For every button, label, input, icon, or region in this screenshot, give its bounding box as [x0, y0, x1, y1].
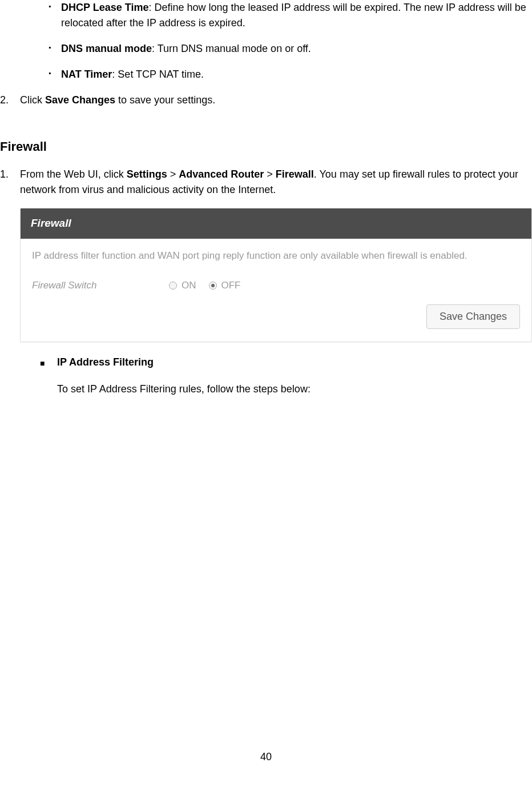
- button-row: Save Changes: [32, 304, 520, 329]
- bullet-label: DHCP Lease Time: [61, 2, 148, 13]
- radio-option-off[interactable]: OFF: [209, 278, 241, 293]
- radio-icon: [209, 282, 217, 290]
- breadcrumb-sep: >: [167, 168, 179, 180]
- firewall-panel: Firewall IP address filter function and …: [20, 208, 532, 342]
- bullet-label: NAT Timer: [61, 69, 112, 80]
- step-list-firewall: 1. From the Web UI, click Settings > Adv…: [0, 167, 532, 397]
- section-heading-firewall: Firewall: [0, 139, 532, 154]
- step-text-suffix: to save your settings.: [115, 94, 215, 106]
- step-list-top: 2. Click Save Changes to save your setti…: [0, 93, 532, 108]
- radio-label-off: OFF: [221, 278, 241, 293]
- bullet-dns-manual-mode: DNS manual mode: Turn DNS manual mode on…: [49, 41, 532, 57]
- step-marker: 2.: [0, 93, 9, 108]
- bullet-desc: : Set TCP NAT time.: [112, 69, 204, 80]
- bullet-nat-timer: NAT Timer: Set TCP NAT time.: [49, 67, 532, 82]
- panel-title: Firewall: [21, 208, 531, 239]
- sub-section-desc: To set IP Address Filtering rules, follo…: [57, 382, 532, 397]
- page-number: 40: [0, 751, 532, 763]
- bullet-desc: : Turn DNS manual mode on or off.: [152, 43, 311, 54]
- sub-section-list: ■ IP Address Filtering To set IP Address…: [20, 355, 532, 397]
- firewall-switch-label: Firewall Switch: [32, 278, 169, 293]
- sub-section-title: IP Address Filtering: [57, 355, 532, 370]
- step-2: 2. Click Save Changes to save your setti…: [0, 93, 532, 108]
- firewall-switch-radio-group: ON OFF: [169, 278, 241, 293]
- sub-section-ip-filtering: ■ IP Address Filtering To set IP Address…: [40, 355, 532, 397]
- panel-note: IP address filter function and WAN port …: [32, 249, 520, 263]
- breadcrumb-sep: >: [264, 168, 276, 180]
- save-changes-button[interactable]: Save Changes: [426, 304, 520, 329]
- breadcrumb-firewall: Firewall: [276, 168, 314, 180]
- panel-body: IP address filter function and WAN port …: [21, 239, 531, 342]
- definition-list: DHCP Lease Time: Define how long the lea…: [0, 0, 532, 82]
- step-1: 1. From the Web UI, click Settings > Adv…: [0, 167, 532, 397]
- step-text-prefix: Click: [20, 94, 45, 106]
- step-text-prefix: From the Web UI, click: [20, 168, 127, 180]
- bullet-label: DNS manual mode: [61, 43, 152, 54]
- firewall-switch-row: Firewall Switch ON OFF: [32, 278, 520, 293]
- step-marker: 1.: [0, 167, 9, 182]
- breadcrumb-settings: Settings: [127, 168, 167, 180]
- step-text-bold: Save Changes: [45, 94, 115, 106]
- square-bullet-icon: ■: [40, 358, 45, 370]
- bullet-dhcp-lease-time: DHCP Lease Time: Define how long the lea…: [49, 0, 532, 31]
- radio-option-on[interactable]: ON: [169, 278, 196, 293]
- radio-label-on: ON: [182, 278, 196, 293]
- radio-icon: [169, 282, 177, 290]
- breadcrumb-advanced-router: Advanced Router: [179, 168, 264, 180]
